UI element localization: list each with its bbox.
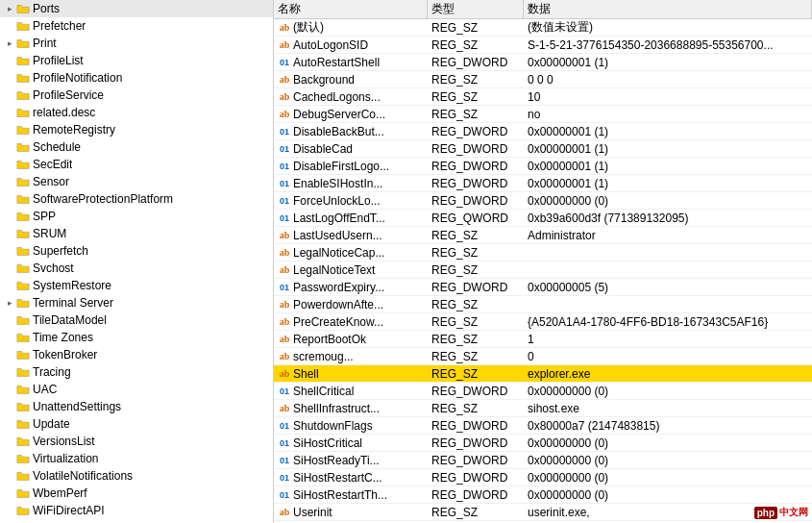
table-row[interactable]: 01AutoRestartShellREG_DWORD0x00000001 (1… — [274, 54, 812, 71]
expand-icon[interactable] — [0, 174, 15, 189]
cell-type: REG_DWORD — [428, 56, 524, 69]
expand-icon[interactable] — [0, 278, 15, 293]
expand-icon[interactable] — [0, 416, 15, 432]
table-row[interactable]: 01PasswordExpiry...REG_DWORD0x00000005 (… — [274, 279, 812, 296]
tree-item-superfetch[interactable]: Superfetch — [0, 242, 273, 260]
tree-item-tokenbroker[interactable]: TokenBroker — [0, 346, 273, 363]
expand-icon[interactable] — [0, 105, 15, 120]
tree-item-volatilenotifications[interactable]: VolatileNotifications — [0, 467, 273, 485]
table-row[interactable]: abShellREG_SZexplorer.exe — [274, 365, 812, 383]
expand-icon[interactable] — [0, 347, 15, 362]
expand-icon[interactable] — [0, 18, 15, 34]
tree-item-profilenotification[interactable]: ProfileNotification — [0, 69, 273, 87]
cell-data: 0x00000001 (1) — [524, 177, 812, 190]
tree-item-related.desc[interactable]: related.desc — [0, 104, 273, 121]
cell-type: REG_DWORD — [428, 177, 524, 190]
tree-item-terminalserver[interactable]: ▸ Terminal Server — [0, 294, 273, 311]
table-row[interactable]: 01SiHostRestartC...REG_DWORD0x00000000 (… — [274, 469, 812, 486]
tree-item-systemrestore[interactable]: SystemRestore — [0, 277, 273, 294]
table-row[interactable]: abCachedLogons...REG_SZ10 — [274, 88, 812, 106]
expand-icon[interactable] — [0, 399, 15, 414]
cell-name: abPreCreateKnow... — [274, 315, 428, 329]
table-row[interactable]: 01ShellCriticalREG_DWORD0x00000000 (0) — [274, 383, 812, 400]
tree-item-softwareprotectionplatform[interactable]: SoftwareProtectionPlatform — [0, 190, 273, 208]
table-row[interactable]: 01DisableFirstLogo...REG_DWORD0x00000001… — [274, 158, 812, 175]
table-row[interactable]: 01SiHostReadyTi...REG_DWORD0x00000000 (0… — [274, 452, 812, 469]
expand-icon[interactable]: ▸ — [0, 36, 15, 51]
expand-icon[interactable] — [0, 226, 15, 241]
expand-icon[interactable] — [0, 503, 15, 518]
tree-item-svchost[interactable]: Svchost — [0, 260, 273, 277]
tree-item-ports[interactable]: ▸ Ports — [0, 0, 273, 17]
table-row[interactable]: abAutoLogonSIDREG_SZS-1-5-21-3776154350-… — [274, 37, 812, 54]
tree-item-profilelist[interactable]: ProfileList — [0, 52, 273, 69]
tree-item-tiledatamodel[interactable]: TileDataModel — [0, 311, 273, 329]
table-row[interactable]: ab(默认)REG_SZ(数值未设置) — [274, 19, 812, 37]
expand-icon[interactable] — [0, 70, 15, 86]
expand-icon[interactable]: ▸ — [0, 1, 15, 16]
tree-item-tracing[interactable]: Tracing — [0, 363, 273, 381]
table-row[interactable]: abUserinitREG_SZuserinit.exe, — [274, 504, 812, 521]
table-row[interactable]: 01SiHostRestartTh...REG_DWORD0x00000000 … — [274, 486, 812, 504]
table-row[interactable]: abLegalNoticeCap...REG_SZ — [274, 244, 812, 262]
tree-item-secedit[interactable]: SecEdit — [0, 156, 273, 173]
cell-name: abBackground — [274, 73, 428, 87]
expand-icon[interactable] — [0, 209, 15, 224]
expand-icon[interactable] — [0, 261, 15, 276]
table-row[interactable]: abDebugServerCo...REG_SZno — [274, 106, 812, 123]
tree-item-versionslist[interactable]: VersionsList — [0, 433, 273, 450]
tree-item-update[interactable]: Update — [0, 415, 273, 433]
tree-item-sensor[interactable]: Sensor — [0, 173, 273, 190]
expand-icon[interactable] — [0, 139, 15, 155]
table-row[interactable]: abLegalNoticeTextREG_SZ — [274, 262, 812, 279]
table-row[interactable]: abscremoug...REG_SZ0 — [274, 348, 812, 365]
table-row[interactable]: 01DisableCadREG_DWORD0x00000001 (1) — [274, 140, 812, 158]
expand-icon[interactable] — [0, 451, 15, 466]
tree-item-unattendsettings[interactable]: UnattendSettings — [0, 398, 273, 415]
expand-icon[interactable] — [0, 53, 15, 68]
tree-item-print[interactable]: ▸ Print — [0, 35, 273, 52]
cell-name: ab(默认) — [274, 19, 428, 36]
tree-item-windows[interactable]: Windows — [0, 519, 273, 523]
table-row[interactable]: abShellInfrastruct...REG_SZsihost.exe — [274, 400, 812, 417]
table-row[interactable]: 01LastLogOffEndT...REG_QWORD0xb39a600d3f… — [274, 210, 812, 227]
tree-item-srum[interactable]: SRUM — [0, 225, 273, 242]
tree-item-remoteregistry[interactable]: RemoteRegistry — [0, 121, 273, 138]
table-row[interactable]: 01DisableBackBut...REG_DWORD0x00000001 (… — [274, 123, 812, 140]
expand-icon[interactable] — [0, 382, 15, 397]
expand-icon[interactable] — [0, 312, 15, 328]
expand-icon[interactable]: ▸ — [0, 295, 15, 311]
tree-item-schedule[interactable]: Schedule — [0, 138, 273, 156]
table-row[interactable]: abReportBootOkREG_SZ1 — [274, 331, 812, 348]
table-row[interactable]: abLastUsedUsern...REG_SZAdministrator — [274, 227, 812, 244]
tree-item-spp[interactable]: SPP — [0, 208, 273, 225]
tree-item-uac[interactable]: UAC — [0, 381, 273, 398]
tree-item-wbemperf[interactable]: WbemPerf — [0, 485, 273, 502]
table-body[interactable]: ab(默认)REG_SZ(数值未设置)abAutoLogonSIDREG_SZS… — [274, 19, 812, 523]
tree-item-timezones[interactable]: Time Zones — [0, 329, 273, 346]
tree-item-wifidirectapi[interactable]: WiFiDirectAPI — [0, 502, 273, 519]
expand-icon[interactable] — [0, 486, 15, 501]
table-row[interactable]: abPowerdownAfte...REG_SZ — [274, 296, 812, 313]
registry-tree[interactable]: ▸ Ports Prefetcher▸ Print ProfileList Pr… — [0, 0, 274, 523]
expand-icon[interactable] — [0, 191, 15, 207]
tree-item-virtualization[interactable]: Virtualization — [0, 450, 273, 467]
expand-icon[interactable] — [0, 364, 15, 380]
table-row[interactable]: 01EnableSIHostIn...REG_DWORD0x00000001 (… — [274, 175, 812, 192]
expand-icon[interactable] — [0, 122, 15, 137]
tree-item-profileservice[interactable]: ProfileService — [0, 87, 273, 104]
tree-item-prefetcher[interactable]: Prefetcher — [0, 17, 273, 35]
tree-label: TileDataModel — [31, 313, 107, 327]
expand-icon[interactable] — [0, 87, 15, 103]
table-row[interactable]: 01ShutdownFlagsREG_DWORD0x80000a7 (21474… — [274, 417, 812, 435]
folder-icon — [15, 1, 31, 16]
expand-icon[interactable] — [0, 330, 15, 345]
expand-icon[interactable] — [0, 434, 15, 449]
table-row[interactable]: abBackgroundREG_SZ0 0 0 — [274, 71, 812, 88]
table-row[interactable]: abPreCreateKnow...REG_SZ{A520A1A4-1780-4… — [274, 313, 812, 331]
expand-icon[interactable] — [0, 468, 15, 484]
table-row[interactable]: 01SiHostCriticalREG_DWORD0x00000000 (0) — [274, 435, 812, 452]
expand-icon[interactable] — [0, 157, 15, 172]
expand-icon[interactable] — [0, 243, 15, 259]
table-row[interactable]: 01ForceUnlockLo...REG_DWORD0x00000000 (0… — [274, 192, 812, 210]
